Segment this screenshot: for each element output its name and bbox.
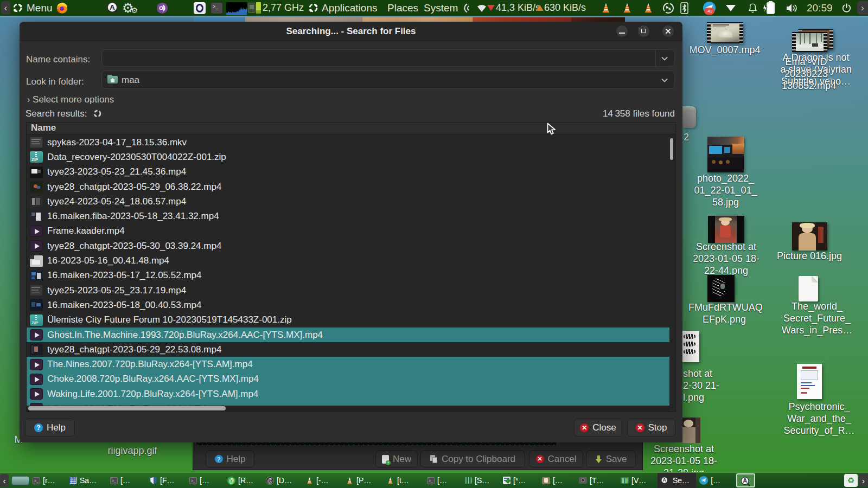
svg-text:A: A	[743, 478, 747, 484]
svg-text:A: A	[110, 3, 115, 11]
svg-text:A: A	[663, 477, 667, 483]
